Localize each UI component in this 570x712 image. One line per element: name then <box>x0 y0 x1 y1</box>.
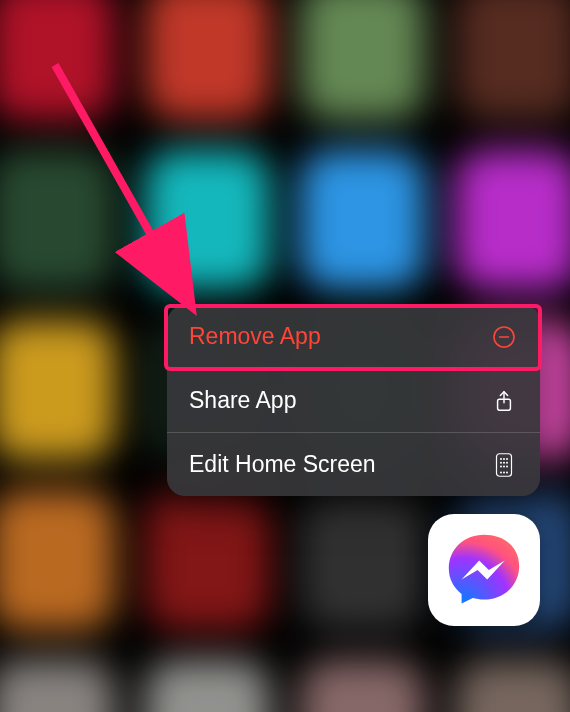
svg-point-13 <box>506 465 508 467</box>
menu-item-label: Remove App <box>189 323 321 350</box>
svg-point-7 <box>506 458 508 460</box>
menu-item-label: Share App <box>189 387 296 414</box>
app-context-menu: Remove App Share App Edit Home Screen <box>167 305 540 496</box>
menu-item-remove-app[interactable]: Remove App <box>167 305 540 369</box>
phone-grid-icon <box>490 451 518 479</box>
menu-item-label: Edit Home Screen <box>189 451 376 478</box>
menu-item-edit-home-screen[interactable]: Edit Home Screen <box>167 433 540 496</box>
svg-point-14 <box>500 471 502 473</box>
svg-point-12 <box>503 465 505 467</box>
svg-point-16 <box>506 471 508 473</box>
svg-point-8 <box>500 461 502 463</box>
svg-point-9 <box>503 461 505 463</box>
svg-point-5 <box>500 458 502 460</box>
messenger-logo-icon <box>444 530 524 610</box>
minus-circle-icon <box>490 323 518 351</box>
svg-point-10 <box>506 461 508 463</box>
svg-point-6 <box>503 458 505 460</box>
app-icon-messenger[interactable] <box>428 514 540 626</box>
svg-point-15 <box>503 471 505 473</box>
menu-item-share-app[interactable]: Share App <box>167 369 540 433</box>
share-icon <box>490 387 518 415</box>
svg-point-11 <box>500 465 502 467</box>
